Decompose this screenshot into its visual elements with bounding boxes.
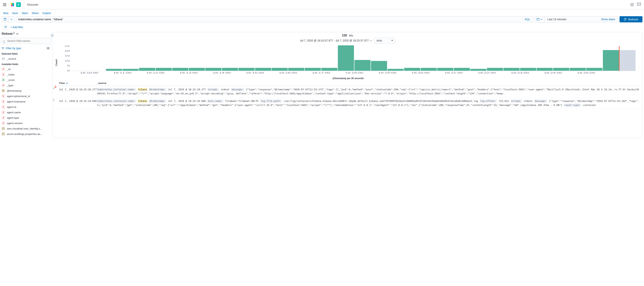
share-link[interactable]: Share (32, 12, 39, 15)
field-item[interactable]: tagent.id (1, 104, 51, 110)
field-item[interactable]: tagent.ephemeral_id (1, 93, 51, 99)
field-item[interactable]: azure.auditlogs.properties.ac... (1, 131, 51, 137)
svg-text:15: 15 (64, 55, 70, 57)
svg-point-10 (3, 41, 5, 43)
svg-rect-27 (222, 68, 238, 71)
field-type-icon (2, 132, 5, 136)
annotation-arrow-icon (54, 85, 57, 89)
save-link[interactable]: Save (12, 12, 18, 15)
field-type-icon (2, 57, 5, 60)
table-header: Time ▼ _source (53, 80, 642, 86)
svg-text:18:18:00: 18:18:00 (345, 72, 363, 74)
query-language-button[interactable]: KQL (522, 16, 533, 22)
refresh-button[interactable]: Refresh (620, 16, 642, 22)
filter-icon (2, 47, 4, 49)
field-search-input[interactable] (1, 38, 51, 44)
row-timestamp: Jul 7, 2020 @ 18:25:28.277 (58, 87, 97, 96)
filter-by-type-row[interactable]: Filter by type 0 (1, 46, 51, 51)
svg-rect-26 (206, 68, 222, 71)
new-link[interactable]: New (3, 12, 8, 15)
field-type-icon: t (2, 94, 5, 98)
svg-rect-50 (603, 50, 619, 71)
histogram-chart[interactable]: Count 051015202518:10:0018:11:0018:12:00… (53, 45, 642, 80)
svg-rect-47 (553, 68, 570, 71)
date-range-text: Last 15 minutes (547, 18, 566, 21)
saved-query-menu[interactable] (2, 16, 14, 22)
svg-text:18:14:00: 18:14:00 (212, 72, 231, 74)
field-name: @timestamp (7, 89, 22, 92)
add-filter-link[interactable]: + Add filter (10, 26, 23, 29)
filter-count-badge: 0 (46, 47, 50, 50)
y-axis-label: Count (54, 59, 58, 66)
field-item[interactable]: _source (1, 56, 51, 61)
svg-rect-33 (321, 68, 338, 71)
field-item[interactable]: tagent.version (1, 120, 51, 126)
field-name: agent.id (7, 106, 16, 108)
svg-text:18:22:00: 18:22:00 (478, 72, 496, 74)
query-row: KQL Last 15 minutes Show dates Refresh (0, 16, 644, 24)
svg-text:18:25:00: 18:25:00 (577, 72, 595, 74)
source-column-header[interactable]: _source (97, 82, 642, 85)
svg-point-4 (630, 3, 634, 6)
index-pattern-selector[interactable]: filebeat-* (1, 32, 51, 36)
field-item[interactable]: #_score (1, 77, 51, 83)
mail-icon[interactable] (637, 3, 641, 7)
save-query-icon[interactable] (2, 16, 8, 22)
row-timestamp: Jul 7, 2020 @ 18:25:24.606 (58, 99, 97, 107)
breadcrumb[interactable]: Discover (27, 3, 38, 6)
field-item[interactable]: t_type (1, 83, 51, 88)
time-column-header[interactable]: Time ▼ (58, 82, 97, 85)
elastic-logo-icon (10, 2, 15, 7)
svg-rect-42 (470, 69, 486, 71)
query-input-wrap: KQL (16, 16, 533, 22)
refresh-label: Refresh (628, 18, 638, 21)
hits-label: hits (349, 34, 353, 37)
date-picker[interactable]: Last 15 minutes Show dates (534, 16, 618, 22)
field-item[interactable]: tagent.type (1, 115, 51, 120)
interval-select[interactable]: Auto (374, 38, 395, 43)
date-range-display[interactable]: Last 15 minutes Show dates (544, 16, 618, 22)
show-dates-link[interactable]: Show dates (601, 18, 615, 21)
table-row: Jul 7, 2020 @ 18:25:24.606kubernetes.con… (53, 97, 642, 109)
svg-text:18:24:00: 18:24:00 (544, 72, 562, 74)
svg-rect-41 (454, 68, 470, 71)
date-quick-button[interactable] (535, 16, 544, 22)
filter-options-icon[interactable] (3, 25, 8, 30)
svg-point-3 (12, 5, 14, 6)
field-type-icon: t (2, 105, 5, 109)
field-item[interactable]: aws.cloudtrail.user_identity.s... (1, 126, 51, 131)
svg-text:18:20:00: 18:20:00 (412, 72, 430, 74)
collapse-sidebar-icon[interactable] (50, 34, 54, 37)
hits-count: 150 (342, 34, 347, 37)
field-item[interactable]: t_id (1, 66, 51, 72)
expand-row-icon[interactable] (53, 87, 58, 96)
expand-row-icon[interactable] (53, 99, 58, 107)
svg-rect-24 (172, 68, 188, 71)
svg-rect-8 (4, 18, 6, 19)
field-type-icon: t (2, 84, 5, 87)
search-icon (3, 40, 6, 43)
field-type-icon: t (2, 116, 5, 119)
logo-area: D (10, 0, 24, 9)
field-item[interactable]: tagent.hostname (1, 99, 51, 104)
svg-text:18:16:00: 18:16:00 (279, 72, 297, 74)
saved-query-dropdown-icon[interactable] (8, 16, 14, 22)
query-input[interactable] (16, 16, 522, 22)
field-item[interactable]: t_index (1, 72, 51, 77)
menu-toggle[interactable] (2, 2, 8, 8)
svg-text:18:21:00: 18:21:00 (444, 72, 463, 74)
calendar-icon (537, 18, 539, 21)
newsfeed-icon[interactable] (630, 3, 634, 7)
inspect-link[interactable]: Inspect (42, 12, 51, 15)
field-name: agent.hostname (7, 100, 26, 103)
chevron-down-icon (16, 33, 18, 35)
svg-rect-51 (620, 50, 636, 71)
field-item[interactable]: @timestamp (1, 88, 51, 93)
svg-text:18:19:00: 18:19:00 (378, 72, 396, 74)
row-source: kubernetes.container.name: kibana @times… (97, 99, 642, 107)
field-item[interactable]: tagent.name (1, 110, 51, 115)
open-link[interactable]: Open (22, 12, 28, 15)
svg-rect-6 (637, 3, 641, 6)
table-row: Jul 7, 2020 @ 18:25:28.277kubernetes.con… (53, 86, 642, 97)
svg-rect-35 (354, 60, 370, 71)
